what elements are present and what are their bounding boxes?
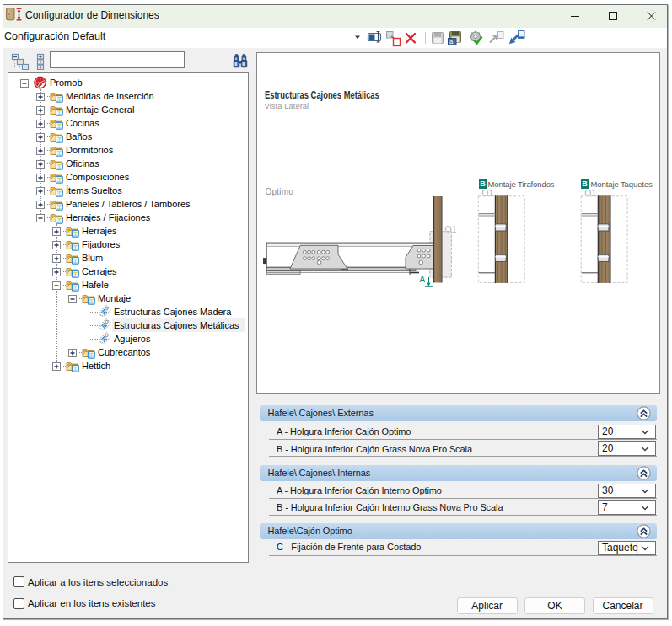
svg-text:A: A (420, 275, 426, 284)
